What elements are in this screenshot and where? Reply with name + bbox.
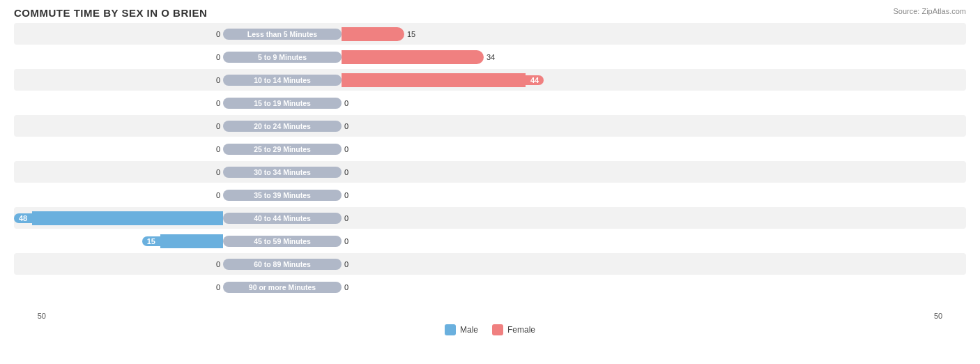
chart-row: 0 90 or more Minutes 0 (14, 276, 966, 298)
male-bar-area: 0 (14, 99, 223, 107)
chart-row: 0 35 to 39 Minutes 0 (14, 184, 966, 206)
chart-row: 0 20 to 24 Minutes 0 (14, 115, 966, 137)
male-swatch (445, 324, 456, 335)
chart-row: 48 40 to 44 Minutes 0 (14, 207, 966, 229)
chart-row: 0 Less than 5 Minutes 15 (14, 23, 966, 45)
female-bar-area: 0 (342, 145, 551, 153)
chart-row: 0 15 to 19 Minutes 0 (14, 92, 966, 114)
female-bar-area: 0 (342, 191, 551, 199)
legend-male: Male (445, 324, 478, 335)
row-label: 25 to 29 Minutes (223, 144, 342, 155)
row-label: 60 to 89 Minutes (223, 259, 342, 270)
male-bar-area: 15 (14, 234, 223, 248)
legend-female: Female (492, 324, 535, 335)
legend: Male Female (14, 324, 966, 335)
axis-right-label: 50 (931, 312, 966, 320)
chart-row: 0 5 to 9 Minutes 34 (14, 46, 966, 68)
chart-row: 15 45 to 59 Minutes 0 (14, 230, 966, 252)
female-bar-area: 0 (342, 99, 551, 107)
row-label: 15 to 19 Minutes (223, 98, 342, 109)
row-label: 30 to 34 Minutes (223, 167, 342, 178)
female-bar-area: 0 (342, 214, 551, 222)
chart-row: 0 60 to 89 Minutes 0 (14, 253, 966, 275)
male-bar-area: 0 (14, 145, 223, 153)
chart-row: 0 10 to 14 Minutes 44 (14, 69, 966, 91)
chart-container: COMMUTE TIME BY SEX IN O BRIEN Source: Z… (0, 0, 980, 364)
male-bar-area: 0 (14, 191, 223, 199)
chart-title: COMMUTE TIME BY SEX IN O BRIEN (14, 7, 966, 19)
row-label: 90 or more Minutes (223, 282, 342, 293)
female-bar-area: 0 (342, 260, 551, 268)
male-bar-area: 0 (14, 260, 223, 268)
axis-left-label: 50 (14, 312, 49, 320)
female-bar-area: 34 (342, 50, 551, 64)
chart-area: 0 Less than 5 Minutes 15 0 5 to 9 Minute… (14, 23, 966, 309)
chart-row: 0 25 to 29 Minutes 0 (14, 138, 966, 160)
male-bar-area: 48 (14, 211, 223, 225)
source-text: Source: ZipAtlas.com (893, 7, 966, 15)
row-label: Less than 5 Minutes (223, 29, 342, 40)
female-bar-area: 15 (342, 27, 551, 41)
row-label: 10 to 14 Minutes (223, 75, 342, 86)
male-label: Male (460, 325, 478, 335)
row-label: 20 to 24 Minutes (223, 121, 342, 132)
female-swatch (492, 324, 503, 335)
male-bar-area: 0 (14, 168, 223, 176)
axis-row: 50 50 (14, 312, 966, 320)
female-bar-area: 0 (342, 283, 551, 291)
row-label: 35 to 39 Minutes (223, 190, 342, 201)
male-bar-area: 0 (14, 76, 223, 84)
chart-row: 0 30 to 34 Minutes 0 (14, 161, 966, 183)
row-label: 40 to 44 Minutes (223, 213, 342, 224)
row-label: 45 to 59 Minutes (223, 236, 342, 247)
male-bar-area: 0 (14, 53, 223, 61)
row-label: 5 to 9 Minutes (223, 52, 342, 63)
male-bar-area: 0 (14, 122, 223, 130)
female-bar-area: 0 (342, 237, 551, 245)
female-bar-area: 0 (342, 122, 551, 130)
male-bar-area: 0 (14, 30, 223, 38)
female-bar-area: 0 (342, 168, 551, 176)
female-bar-area: 44 (342, 73, 551, 87)
male-bar-area: 0 (14, 283, 223, 291)
female-label: Female (507, 325, 535, 335)
